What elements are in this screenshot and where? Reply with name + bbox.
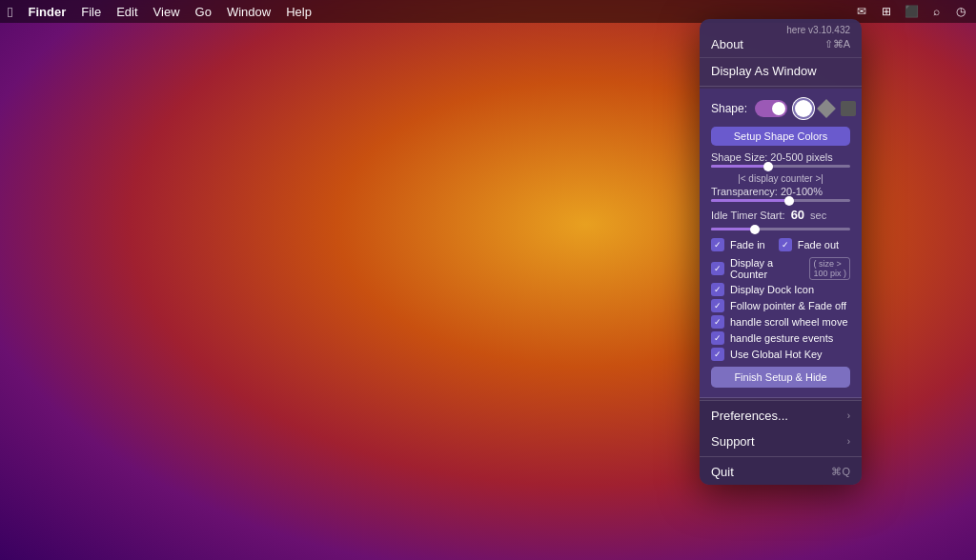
follow-pointer-label: Follow pointer & Fade off (730, 300, 846, 311)
handle-scroll-label: handle scroll wheel move (730, 316, 848, 328)
fade-in-label: Fade in (730, 239, 765, 250)
fade-out-row[interactable]: ✓ Fade out (779, 238, 839, 251)
circle-shape (795, 100, 812, 117)
shape-diamond-option[interactable] (820, 98, 833, 119)
handle-gesture-checkbox[interactable]: ✓ (711, 331, 724, 345)
idle-fill (711, 228, 753, 230)
shape-label: Shape: (711, 102, 747, 115)
grid-icon[interactable]: ⊞ (879, 4, 894, 19)
separator-1 (700, 86, 862, 87)
support-chevron-icon: › (847, 436, 850, 447)
display-counter-checkbox[interactable]: ✓ (711, 262, 724, 275)
quit-item[interactable]: Quit ⌘Q (700, 459, 862, 485)
about-shortcut: ⇧⌘A (824, 38, 850, 50)
fade-row: ✓ Fade in ✓ Fade out (711, 238, 850, 254)
toggle-thumb (772, 102, 785, 115)
handle-gesture-label: handle gesture events (730, 332, 833, 344)
menubar-right: ✉ ⊞ ⬛ ⌕ ◷ (854, 4, 968, 19)
menubar-finder[interactable]: Finder (28, 5, 66, 19)
preferences-item[interactable]: Preferences... › (700, 403, 862, 429)
display-counter-label2: Display a Counter (730, 257, 803, 280)
menubar-window[interactable]: Window (227, 5, 271, 19)
menubar-view[interactable]: View (153, 5, 180, 19)
fade-in-checkbox[interactable]: ✓ (711, 238, 724, 251)
use-global-row[interactable]: ✓ Use Global Hot Key (711, 348, 850, 361)
display-counter-row[interactable]: ✓ Display a Counter ( size >100 pix ) (711, 257, 850, 280)
menubar-help[interactable]: Help (286, 5, 312, 19)
follow-pointer-checkbox[interactable]: ✓ (711, 299, 724, 312)
shape-square-option[interactable] (841, 98, 856, 119)
quit-label: Quit (711, 465, 734, 479)
shape-toggle[interactable] (755, 100, 787, 117)
idle-timer-row: Idle Timer Start: 60 sec (711, 208, 850, 222)
idle-slider[interactable] (711, 228, 850, 230)
toggle-track (755, 100, 787, 117)
version-text: here v3.10.432 (711, 25, 850, 35)
clock-icon[interactable]: ◷ (953, 4, 968, 19)
handle-scroll-checkbox[interactable]: ✓ (711, 315, 724, 329)
transparency-slider[interactable] (711, 199, 850, 202)
setup-shape-colors-button[interactable]: Setup Shape Colors (711, 127, 850, 146)
counter-hint: ( size >100 pix ) (809, 257, 850, 280)
shape-size-section: Shape Size: 20-500 pixels (711, 151, 850, 168)
bottom-items: Preferences... › Support › Quit ⌘Q (700, 400, 862, 485)
finish-setup-button[interactable]: Finish Setup & Hide (711, 367, 850, 388)
use-global-checkbox[interactable]: ✓ (711, 348, 724, 361)
idle-thumb[interactable] (750, 225, 760, 234)
shape-row: Shape: (711, 98, 850, 119)
display-dock-row[interactable]: ✓ Display Dock Icon (711, 283, 850, 296)
settings-panel: Shape: Setup Shape Colors Shape Size: 20… (700, 89, 862, 398)
transparency-thumb[interactable] (784, 196, 794, 206)
display-dock-label: Display Dock Icon (730, 284, 814, 295)
menubar-edit[interactable]: Edit (116, 5, 137, 19)
separator-2 (700, 400, 862, 401)
square-shape (841, 101, 856, 116)
follow-pointer-row[interactable]: ✓ Follow pointer & Fade off (711, 299, 850, 312)
handle-scroll-row[interactable]: ✓ handle scroll wheel move (711, 315, 850, 329)
quit-shortcut: ⌘Q (831, 466, 850, 478)
apple-logo-icon[interactable]:  (8, 4, 12, 20)
popup-menu: here v3.10.432 About ⇧⌘A Display As Wind… (700, 19, 862, 485)
fade-out-checkbox[interactable]: ✓ (779, 238, 792, 251)
fade-out-label: Fade out (798, 239, 839, 250)
menubar-left:  Finder File Edit View Go Window Help (8, 4, 312, 20)
transparency-section: Transparency: 20-100% (711, 186, 850, 202)
handle-gesture-row[interactable]: ✓ handle gesture events (711, 331, 850, 345)
camera-icon[interactable]: ⬛ (904, 4, 919, 19)
use-global-label: Use Global Hot Key (730, 349, 823, 360)
shape-size-fill (711, 165, 766, 168)
fade-in-row[interactable]: ✓ Fade in (711, 238, 765, 251)
support-label: Support (711, 434, 755, 449)
display-as-window-label: Display As Window (711, 64, 817, 78)
shape-size-slider[interactable] (711, 165, 850, 168)
support-item[interactable]: Support › (700, 429, 862, 454)
separator-3 (700, 456, 862, 457)
shape-size-label: Shape Size: 20-500 pixels (711, 151, 850, 163)
diamond-shape (817, 99, 836, 118)
preferences-label: Preferences... (711, 409, 788, 423)
search-icon[interactable]: ⌕ (928, 4, 944, 19)
display-counter-label: |< display counter >| (711, 173, 850, 184)
shape-size-thumb[interactable] (763, 162, 773, 171)
transparency-label: Transparency: 20-100% (711, 186, 850, 197)
display-as-window-item[interactable]: Display As Window (700, 58, 862, 84)
menubar-go[interactable]: Go (195, 5, 212, 19)
display-dock-checkbox[interactable]: ✓ (711, 283, 724, 296)
email-icon[interactable]: ✉ (854, 4, 869, 19)
popup-header: here v3.10.432 About ⇧⌘A (700, 19, 862, 58)
idle-value: 60 (791, 208, 804, 222)
menubar-file[interactable]: File (81, 5, 101, 19)
transparency-fill (711, 199, 787, 202)
preferences-chevron-icon: › (847, 410, 850, 421)
about-label[interactable]: About (711, 37, 743, 51)
idle-timer-label: Idle Timer Start: (711, 210, 785, 221)
shape-circle-option[interactable] (795, 98, 812, 119)
idle-unit: sec (810, 210, 826, 221)
